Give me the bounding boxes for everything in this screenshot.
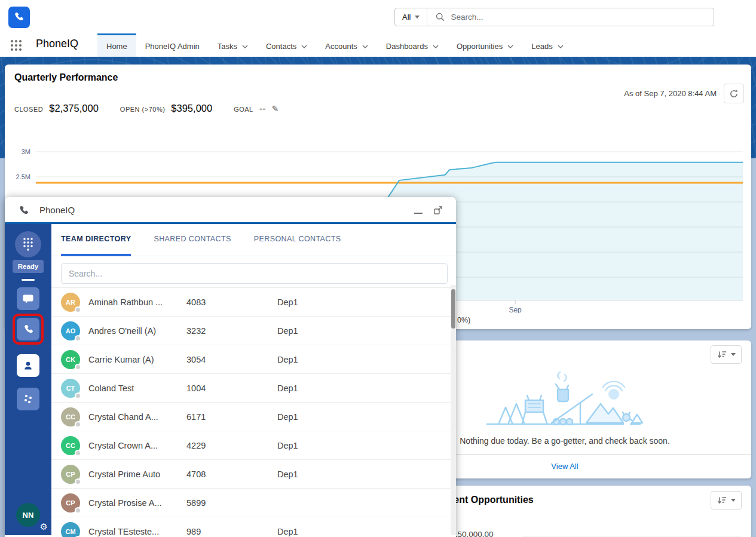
chat-button[interactable] — [17, 287, 39, 310]
nav-tab[interactable]: Home — [97, 33, 136, 57]
as-of-timestamp: As of Sep 7, 2020 8:44 AM — [624, 89, 717, 98]
contact-row[interactable]: AO Andres O'neill (A) 3232 Dep1 — [51, 317, 456, 345]
phoneiq-logo[interactable] — [8, 7, 30, 28]
metric-label: GOAL — [234, 106, 253, 113]
chevron-down-icon — [731, 353, 736, 356]
phone-icon — [23, 324, 33, 335]
contact-row[interactable]: CP Crystal Prosise A... 5899 — [51, 489, 456, 517]
scrollbar-track[interactable] — [451, 285, 456, 535]
widget-tab-label: TEAM DIRECTORY — [61, 235, 131, 243]
popout-button[interactable] — [433, 205, 443, 215]
nav-tab-label: Leads — [531, 42, 552, 51]
contact-department: Dep1 — [277, 527, 456, 536]
contact-avatar: CC — [61, 436, 80, 455]
chevron-down-icon[interactable] — [433, 45, 439, 48]
search-scope-dropdown[interactable]: All — [395, 8, 427, 26]
contact-row[interactable]: CP Crystal Prime Auto 4708 Dep1 — [51, 460, 456, 489]
nav-tab[interactable]: Dashboards — [377, 33, 448, 57]
presence-dot — [75, 364, 81, 370]
status-badge[interactable]: Ready — [13, 260, 44, 273]
contact-search-input[interactable] — [61, 263, 448, 284]
widget-tab[interactable]: TEAM DIRECTORY — [61, 224, 131, 256]
nav-tab-label: Tasks — [218, 42, 237, 51]
contact-name: Aminah Rathbun ... — [88, 297, 186, 307]
contact-department: Dep1 — [277, 383, 456, 393]
contact-department: Dep1 — [277, 412, 456, 422]
contact-extension: 6171 — [186, 412, 277, 422]
contact-row[interactable]: CC Crystal Crown A... 4229 Dep1 — [51, 431, 456, 460]
chevron-down-icon[interactable] — [242, 45, 248, 48]
chevron-down-icon[interactable] — [558, 45, 564, 48]
nav-tabs: Home PhoneIQ Admin Tasks — [97, 33, 573, 57]
contact-extension: 3054 — [186, 355, 277, 364]
more-apps-button[interactable] — [17, 388, 39, 410]
phone-logo-icon — [13, 11, 26, 24]
widget-tabs: TEAM DIRECTORY SHARED CONTACTS PERSONAL … — [51, 224, 456, 256]
nav-tab-label: Opportunities — [457, 42, 503, 51]
sidebar-divider — [22, 279, 35, 281]
contact-extension: 4083 — [186, 297, 277, 307]
contact-row[interactable]: CC Crystal Chand A... 6171 Dep1 — [51, 403, 456, 431]
widget-tab[interactable]: PERSONAL CONTACTS — [254, 224, 341, 256]
minimize-button[interactable] — [414, 213, 423, 214]
contacts-button[interactable] — [17, 354, 39, 377]
four-dots-icon — [22, 393, 34, 405]
phoneiq-widget-window: PhoneIQ — [5, 197, 456, 537]
chevron-down-icon[interactable] — [362, 45, 368, 48]
settings-gear-icon[interactable]: ⚙ — [40, 523, 48, 532]
presence-dot — [75, 507, 81, 514]
presence-dot — [75, 392, 81, 399]
contact-avatar: AO — [61, 321, 80, 340]
chevron-down-icon[interactable] — [507, 45, 513, 48]
contact-name: Crystal TEsteste... — [88, 527, 186, 536]
nav-tab[interactable]: Accounts — [316, 33, 377, 57]
svg-text:3M: 3M — [22, 148, 30, 155]
contact-name: Carrie Kumar (A) — [88, 355, 186, 364]
chat-icon — [23, 294, 33, 304]
contact-row[interactable]: CT Coland Test 1004 Dep1 — [51, 374, 456, 403]
contact-department: Dep1 — [277, 326, 456, 336]
contact-avatar: CK — [61, 350, 80, 369]
contact-row[interactable]: CK Carrie Kumar (A) 3054 Dep1 — [51, 345, 456, 374]
svg-text:2.5M: 2.5M — [16, 173, 30, 180]
chart-legend-fragment: 0%) — [457, 316, 470, 324]
contact-extension: 989 — [186, 527, 277, 536]
phone-tab-highlight — [13, 314, 44, 345]
presence-dot — [75, 450, 81, 456]
user-avatar[interactable]: NN — [16, 503, 40, 527]
dialpad-button[interactable] — [15, 231, 41, 257]
nav-tab-label: Dashboards — [386, 42, 428, 51]
contact-list: AR Aminah Rathbun ... 4083 Dep1 AO Andre… — [51, 287, 456, 537]
application-window: All PhoneIQ Home — [0, 0, 756, 537]
metric-label: CLOSED — [14, 106, 43, 113]
refresh-button[interactable] — [724, 84, 744, 103]
nav-tab[interactable]: Leads — [522, 33, 572, 57]
contact-avatar: CC — [61, 407, 80, 426]
scrollbar-thumb[interactable] — [451, 289, 455, 329]
nav-tab[interactable]: Opportunities — [448, 33, 522, 57]
widget-header[interactable]: PhoneIQ — [5, 197, 456, 224]
app-launcher-icon[interactable] — [10, 39, 23, 52]
nav-tab[interactable]: PhoneIQ Admin — [136, 33, 209, 57]
contact-name: Crystal Prosise A... — [88, 498, 186, 508]
calls-button[interactable] — [17, 318, 39, 340]
contact-avatar: AR — [61, 293, 80, 312]
widget-tab[interactable]: SHARED CONTACTS — [154, 224, 231, 256]
nav-tab[interactable]: Contacts — [257, 33, 316, 57]
metric-value: $2,375,000 — [49, 103, 99, 114]
edit-pencil-icon[interactable]: ✎ — [272, 104, 279, 113]
chevron-down-icon[interactable] — [301, 45, 307, 48]
nav-tab[interactable]: Tasks — [209, 33, 257, 57]
refresh-icon — [729, 89, 739, 99]
metric-value: $395,000 — [171, 103, 212, 114]
contact-avatar: CP — [61, 465, 80, 484]
widget-title: PhoneIQ — [39, 205, 75, 215]
opportunities-sort-button[interactable] — [711, 491, 742, 510]
contact-row[interactable]: CM Crystal TEsteste... 989 Dep1 — [51, 517, 456, 537]
search-input[interactable] — [451, 13, 714, 22]
chevron-down-icon — [731, 499, 736, 502]
tasks-sort-button[interactable] — [711, 345, 742, 364]
contact-name: Crystal Prime Auto — [88, 470, 186, 479]
contact-row[interactable]: AR Aminah Rathbun ... 4083 Dep1 — [51, 288, 456, 317]
row-divider — [522, 536, 742, 536]
